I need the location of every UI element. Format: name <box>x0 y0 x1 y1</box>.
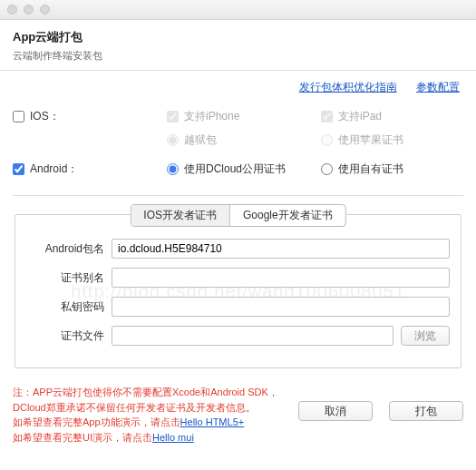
footer-note: 注：APP云端打包使得你不需要配置Xcode和Android SDK， DClo… <box>13 385 289 445</box>
dialog-title: App云端打包 <box>13 29 463 45</box>
minimize-icon[interactable] <box>24 5 34 15</box>
note-l2: DCloud郑重承诺不保留任何开发者证书及开发者信息。 <box>13 402 256 413</box>
platform-section: IOS： 支持iPhone 支持iPad 越狱包 使用苹果证书 Android：… <box>0 101 476 190</box>
link-hello-mui[interactable]: Hello mui <box>152 432 194 443</box>
cert-tabs: IOS开发者证书 Google开发者证书 <box>130 204 345 227</box>
support-ipad-label: 支持iPad <box>338 109 382 124</box>
apple-cert-radio <box>321 134 333 146</box>
dialog-subtitle: 云端制作终端安装包 <box>13 49 463 63</box>
pwd-input[interactable] <box>112 297 450 317</box>
divider <box>13 195 463 196</box>
footer: 注：APP云端打包使得你不需要配置Xcode和Android SDK， DClo… <box>0 377 476 457</box>
cancel-button[interactable]: 取消 <box>298 401 373 421</box>
apple-cert-label: 使用苹果证书 <box>338 132 403 148</box>
close-icon[interactable] <box>7 5 17 15</box>
own-cert-radio[interactable] <box>321 163 333 175</box>
jailbreak-radio <box>167 134 179 146</box>
cert-panel: IOS开发者证书 Google开发者证书 Android包名 证书别名 私钥密码… <box>15 214 461 368</box>
note-l3: 如希望查看完整App功能演示，请点击 <box>13 416 180 427</box>
support-ipad-checkbox <box>321 111 333 122</box>
tab-google-cert[interactable]: Google开发者证书 <box>229 205 345 226</box>
link-params[interactable]: 参数配置 <box>416 81 460 93</box>
android-checkbox[interactable] <box>13 163 24 175</box>
tab-ios-cert[interactable]: IOS开发者证书 <box>131 205 229 226</box>
note-l1: APP云端打包使得你不需要配置Xcode和Android SDK， <box>33 387 278 397</box>
alias-label: 证书别名 <box>26 270 104 286</box>
pkg-input[interactable] <box>112 239 450 259</box>
file-input[interactable] <box>112 326 393 346</box>
link-hello-html5[interactable]: Hello HTML5+ <box>180 416 245 427</box>
own-cert-label: 使用自有证书 <box>338 162 403 177</box>
pwd-label: 私钥密码 <box>26 299 104 315</box>
file-label: 证书文件 <box>26 328 104 344</box>
ios-checkbox[interactable] <box>13 111 24 122</box>
pkg-label: Android包名 <box>26 241 104 257</box>
top-links: 发行包体积优化指南 参数配置 <box>0 71 476 101</box>
pack-button[interactable]: 打包 <box>389 401 463 421</box>
dialog-header: App云端打包 云端制作终端安装包 <box>0 20 476 71</box>
support-iphone-label: 支持iPhone <box>184 109 239 124</box>
browse-button[interactable]: 浏览 <box>401 326 450 346</box>
jailbreak-label: 越狱包 <box>184 132 217 148</box>
dcloud-cert-label: 使用DCloud公用证书 <box>184 162 286 177</box>
dcloud-cert-radio[interactable] <box>167 163 179 175</box>
support-iphone-checkbox <box>167 111 179 122</box>
ios-label: IOS： <box>30 109 60 124</box>
note-prefix: 注： <box>13 387 33 397</box>
android-label: Android： <box>30 162 78 177</box>
titlebar <box>0 0 476 20</box>
link-size-guide[interactable]: 发行包体积优化指南 <box>299 81 397 93</box>
note-l4: 如希望查看完整UI演示，请点击 <box>13 432 152 443</box>
alias-input[interactable] <box>112 268 450 288</box>
zoom-icon[interactable] <box>40 5 50 15</box>
